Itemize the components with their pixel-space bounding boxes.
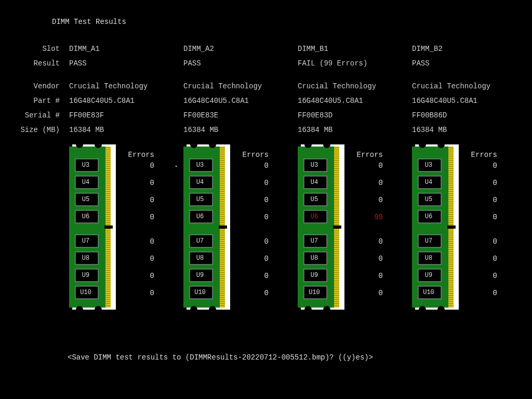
chip-error-count: 0: [240, 237, 269, 246]
svg-rect-57: [105, 260, 111, 260]
svg-rect-17: [105, 177, 111, 177]
svg-rect-72: [105, 291, 111, 291]
svg-rect-240: [334, 254, 339, 254]
svg-rect-194: [334, 158, 339, 158]
chip-label: U4: [305, 179, 323, 185]
chip-label: U5: [191, 196, 209, 203]
svg-rect-313: [448, 212, 454, 212]
dimm-module-icon: [298, 144, 344, 310]
svg-rect-306: [448, 197, 454, 198]
save-prompt[interactable]: <Save DIMM test results to (DIMMResults-…: [68, 353, 373, 362]
svg-rect-77: [105, 301, 111, 302]
svg-rect-340: [448, 268, 454, 269]
svg-rect-206: [334, 183, 339, 183]
svg-rect-191: [334, 152, 339, 152]
result-value: PASS: [69, 56, 183, 71]
svg-rect-96: [220, 148, 225, 148]
svg-rect-190: [334, 150, 339, 150]
svg-rect-270: [333, 225, 341, 229]
svg-rect-98: [220, 152, 225, 152]
errors-header: Errors: [125, 151, 154, 159]
label-part: Part #: [0, 94, 60, 108]
svg-rect-161: [220, 283, 225, 283]
chip-label: U10: [305, 289, 323, 296]
dimm-column: DIMM_B1FAIL (99 Errors)Crucial Technolog…: [298, 42, 412, 137]
svg-rect-31: [105, 206, 111, 206]
svg-rect-350: [448, 289, 454, 289]
svg-rect-228: [334, 229, 339, 229]
svg-rect-260: [334, 295, 339, 296]
svg-rect-66: [105, 278, 111, 279]
svg-rect-307: [448, 200, 454, 200]
chip-label: U10: [191, 289, 209, 296]
chip-error-count: 0: [125, 179, 154, 187]
svg-rect-140: [220, 239, 225, 240]
chip-error-count: 0: [354, 237, 383, 246]
svg-rect-305: [448, 195, 454, 196]
svg-rect-355: [448, 299, 454, 300]
svg-rect-330: [448, 247, 454, 248]
chip-label: U9: [420, 272, 437, 278]
svg-rect-65: [105, 276, 111, 277]
svg-rect-293: [448, 170, 454, 171]
svg-rect-335: [448, 258, 454, 258]
svg-rect-76: [105, 299, 111, 300]
svg-rect-22: [105, 187, 111, 188]
svg-rect-245: [334, 264, 339, 264]
svg-rect-354: [448, 297, 454, 298]
svg-rect-265: [334, 305, 339, 306]
chip-error-count: 0: [468, 237, 497, 246]
svg-rect-216: [334, 204, 339, 204]
svg-rect-27: [105, 197, 111, 198]
svg-rect-312: [448, 210, 454, 210]
svg-rect-246: [334, 266, 339, 267]
slot-value: DIMM_A2: [183, 42, 298, 56]
svg-rect-261: [334, 297, 339, 298]
chip-label: U8: [305, 255, 323, 261]
svg-rect-12: [105, 166, 111, 167]
chip-error-count: 0: [468, 162, 497, 170]
svg-rect-68: [105, 283, 111, 283]
svg-rect-70: [105, 287, 111, 287]
svg-rect-156: [220, 272, 225, 273]
svg-rect-75: [105, 297, 111, 298]
errors-header: Errors: [240, 151, 269, 159]
chip-error-count: 0: [125, 213, 154, 221]
svg-rect-105: [220, 166, 225, 167]
svg-rect-64: [105, 274, 111, 275]
svg-rect-13: [105, 168, 111, 169]
svg-rect-219: [334, 210, 339, 210]
svg-rect-104: [220, 164, 225, 165]
chip-label: U8: [77, 255, 95, 261]
svg-rect-45: [105, 235, 111, 235]
svg-rect-53: [105, 251, 111, 252]
svg-rect-221: [334, 214, 339, 215]
svg-rect-347: [448, 283, 454, 283]
svg-rect-55: [105, 256, 111, 256]
svg-rect-210: [334, 191, 339, 192]
svg-rect-338: [448, 264, 454, 264]
svg-rect-39: [105, 222, 111, 223]
svg-rect-73: [105, 293, 111, 294]
chip-error-count: 0: [125, 272, 154, 280]
chip-label: U9: [77, 272, 95, 278]
chip-error-count: 0: [354, 196, 383, 204]
svg-rect-114: [220, 185, 225, 185]
label-result: Result: [0, 56, 60, 71]
svg-rect-48: [105, 241, 111, 242]
svg-rect-326: [448, 239, 454, 240]
svg-rect-52: [105, 249, 111, 250]
svg-rect-99: [220, 154, 225, 154]
svg-rect-125: [220, 208, 225, 208]
svg-rect-321: [448, 229, 454, 229]
svg-rect-158: [220, 276, 225, 277]
svg-rect-237: [334, 247, 339, 248]
svg-rect-289: [448, 162, 454, 163]
svg-rect-214: [334, 200, 339, 200]
svg-rect-63: [105, 272, 111, 273]
svg-rect-337: [448, 262, 454, 262]
chip-error-count: 0: [125, 237, 154, 246]
svg-rect-151: [220, 262, 225, 262]
svg-rect-291: [448, 166, 454, 167]
serial-value: FF00B86D: [412, 108, 526, 123]
